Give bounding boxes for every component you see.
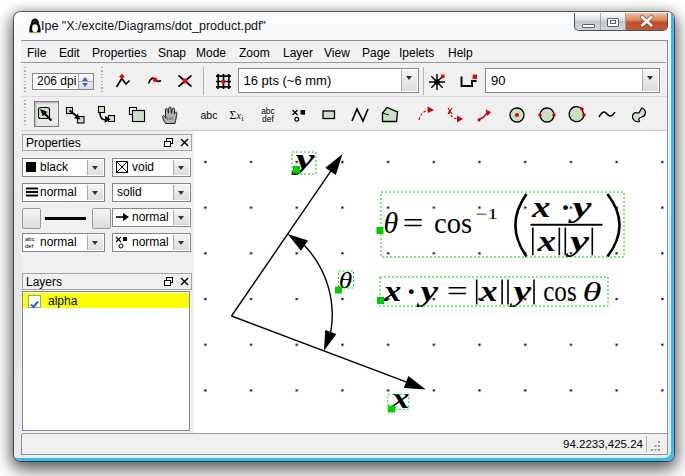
svg-text:x: x: [531, 190, 551, 223]
svg-text:−1: −1: [475, 206, 498, 222]
svg-text:y: y: [568, 190, 592, 223]
svg-text:y: y: [509, 274, 531, 307]
svg-text:=: =: [403, 206, 424, 239]
svg-text:Σ: Σ: [230, 108, 237, 120]
svg-text:i: i: [242, 113, 244, 122]
svg-text:def: def: [25, 243, 34, 249]
svg-text:θ: θ: [384, 206, 399, 239]
svg-text:θ: θ: [583, 277, 602, 307]
svg-text:abc: abc: [201, 108, 218, 120]
svg-text:y: y: [417, 274, 439, 307]
svg-text:cos: cos: [543, 274, 577, 307]
svg-text:·: ·: [406, 274, 416, 307]
svg-text:=: =: [447, 274, 468, 307]
svg-text:x: x: [479, 274, 498, 307]
svg-text:abc: abc: [25, 236, 35, 242]
svg-text:x: x: [536, 224, 556, 257]
svg-text:cos: cos: [434, 206, 472, 239]
svg-text:def: def: [262, 114, 274, 124]
svg-text:y: y: [566, 224, 590, 257]
svg-text:x: x: [383, 274, 402, 307]
svg-text:·: ·: [561, 190, 571, 223]
